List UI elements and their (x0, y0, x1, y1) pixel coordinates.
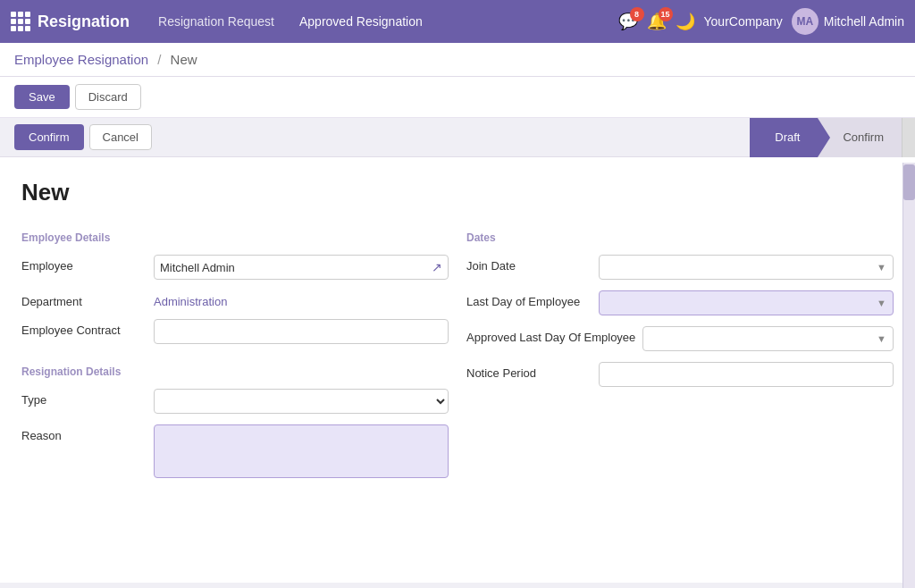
reason-label: Reason (21, 424, 147, 442)
pipeline: Draft Confirm (750, 118, 915, 156)
app-logo[interactable]: Resignation (11, 12, 130, 31)
resignation-details-section: Resignation Details Type Reason (21, 365, 449, 482)
notice-period-input[interactable] (599, 362, 894, 387)
record-title: New (21, 179, 894, 206)
chat-icon[interactable]: 💬 8 (618, 12, 638, 31)
employee-input-container: ↗ (154, 255, 449, 280)
avatar: MA (792, 8, 818, 35)
notice-period-field-row: Notice Period (466, 362, 894, 387)
pipeline-draft[interactable]: Draft (750, 118, 818, 157)
topnav-right: 💬 8 🔔 15 🌙 YourCompany MA Mitchell Admin (618, 8, 904, 35)
reason-textarea-wrapper (154, 424, 449, 482)
form-grid: Employee Details Employee ↗ Department A… (21, 231, 894, 510)
contract-input[interactable] (154, 319, 449, 344)
chat-badge: 8 (630, 7, 644, 21)
toolbar: Save Discard (0, 77, 915, 118)
employee-details-section: Employee Details Employee ↗ Department A… (21, 231, 449, 492)
join-date-select[interactable] (599, 255, 894, 280)
approved-last-day-select[interactable] (642, 326, 894, 351)
last-day-wrapper: ▼ (599, 290, 894, 315)
last-day-field-row: Last Day of Employee ▼ (466, 290, 894, 315)
dates-label: Dates (466, 231, 894, 244)
menu-item-resignation-request[interactable]: Resignation Request (147, 9, 285, 34)
employee-input[interactable] (160, 261, 428, 274)
type-select-wrapper (154, 389, 449, 414)
notification-badge: 15 (659, 7, 673, 21)
type-label: Type (21, 389, 147, 407)
type-field-row: Type (21, 389, 449, 414)
breadcrumb: Employee Resignation / New (0, 43, 915, 77)
app-name: Resignation (38, 13, 130, 31)
approved-last-day-label: Approved Last Day Of Employee (466, 326, 635, 344)
clock-icon[interactable]: 🌙 (676, 12, 695, 31)
contract-label: Employee Contract (21, 319, 147, 337)
top-navigation: Resignation Resignation Request Approved… (0, 0, 915, 43)
status-bar: Confirm Cancel Draft Confirm (0, 118, 915, 157)
right-scrollbar[interactable] (902, 163, 915, 588)
last-day-select[interactable] (599, 290, 894, 315)
breadcrumb-separator: / (157, 52, 161, 67)
dates-section: Dates Join Date ▼ Last Day of Employee (466, 231, 894, 492)
join-date-field-row: Join Date ▼ (466, 255, 894, 280)
employee-details-label: Employee Details (21, 231, 449, 244)
grid-icon (11, 12, 30, 31)
join-date-select-wrapper: ▼ (599, 255, 894, 280)
department-field-row: Department Administration (21, 290, 449, 308)
notice-period-label: Notice Period (466, 362, 592, 380)
approved-last-day-wrapper: ▼ (642, 326, 894, 351)
department-label: Department (21, 290, 147, 308)
department-value: Administration (154, 290, 449, 308)
breadcrumb-parent[interactable]: Employee Resignation (14, 52, 148, 67)
username: Mitchell Admin (824, 14, 904, 29)
company-name[interactable]: YourCompany (704, 14, 783, 29)
employee-field-row: Employee ↗ (21, 255, 449, 280)
pipeline-confirm[interactable]: Confirm (818, 118, 902, 157)
approved-last-day-select-wrapper: ▼ (642, 326, 894, 351)
resignation-details-label: Resignation Details (21, 365, 449, 378)
join-date-wrapper: ▼ (599, 255, 894, 280)
top-menu: Resignation Request Approved Resignation (147, 9, 618, 34)
reason-field-row: Reason (21, 424, 449, 482)
approved-last-day-field-row: Approved Last Day Of Employee ▼ (466, 326, 894, 351)
employee-input-wrapper: ↗ (154, 255, 449, 280)
status-actions: Confirm Cancel (14, 124, 152, 150)
employee-label: Employee (21, 255, 147, 273)
cancel-action-button[interactable]: Cancel (89, 124, 152, 150)
notification-icon[interactable]: 🔔 15 (647, 12, 667, 31)
discard-button[interactable]: Discard (75, 84, 141, 110)
contract-field-row: Employee Contract (21, 319, 449, 344)
main-content: New Employee Details Employee ↗ Departme… (0, 157, 915, 583)
join-date-label: Join Date (466, 255, 592, 273)
notice-period-wrapper (599, 362, 894, 387)
scrollbar-thumb[interactable] (903, 164, 915, 200)
last-day-select-wrapper: ▼ (599, 290, 894, 315)
save-button[interactable]: Save (14, 85, 70, 109)
scrollbar-track (902, 118, 915, 157)
contract-input-wrapper (154, 319, 449, 344)
breadcrumb-current: New (171, 52, 197, 67)
last-day-label: Last Day of Employee (466, 290, 592, 308)
menu-item-approved-resignation[interactable]: Approved Resignation (289, 9, 433, 34)
type-select[interactable] (154, 389, 449, 414)
reason-textarea[interactable] (154, 424, 449, 478)
external-link-icon[interactable]: ↗ (432, 260, 442, 274)
user-menu[interactable]: MA Mitchell Admin (792, 8, 904, 35)
confirm-action-button[interactable]: Confirm (14, 124, 84, 150)
